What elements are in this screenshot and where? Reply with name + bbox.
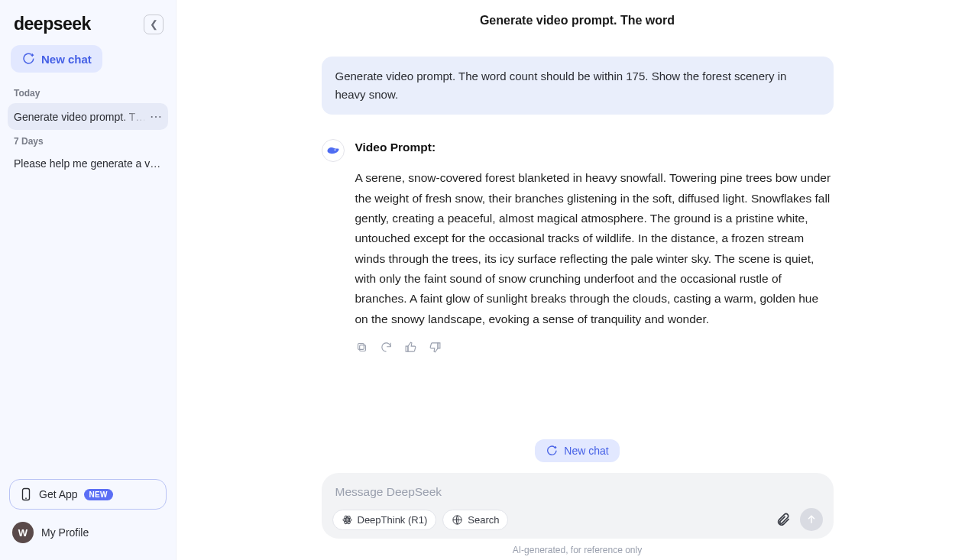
collapse-sidebar-button[interactable]: ❮ [144, 15, 164, 34]
send-button[interactable] [800, 508, 823, 531]
section-label-7days: 7 Days [8, 131, 168, 150]
profile-button[interactable]: W My Profile [8, 514, 168, 551]
user-message-row: Generate video prompt. The word count sh… [322, 57, 834, 115]
attach-button[interactable] [774, 510, 792, 529]
avatar: W [12, 522, 34, 543]
phone-icon [19, 487, 33, 501]
thumbs-up-button[interactable] [404, 340, 418, 354]
refresh-icon [380, 341, 393, 354]
conversation-title: Generate video prompt. The word [176, 0, 978, 35]
chat-history-item[interactable]: Please help me generate a video [8, 151, 168, 176]
sidebar-header: deepseek ❮ [8, 9, 168, 45]
more-options-icon[interactable]: ⋯ [147, 109, 162, 124]
chat-history-item[interactable]: Generate video prompt. The ⋯ [8, 103, 168, 130]
copy-button[interactable] [355, 340, 369, 354]
composer-area: New chat DeepThink (R1) [176, 432, 978, 560]
paperclip-icon [776, 512, 791, 527]
user-message: Generate video prompt. The word count sh… [322, 57, 834, 115]
search-label: Search [468, 514, 499, 526]
deepthink-label: DeepThink (R1) [358, 514, 428, 526]
chat-history-title: Generate video prompt. The [14, 111, 147, 123]
thumbs-down-button[interactable] [429, 340, 442, 354]
new-chat-pill[interactable]: New chat [535, 439, 619, 462]
new-chat-button[interactable]: New chat [11, 45, 102, 73]
new-chat-label: New chat [41, 53, 92, 66]
chat-history-title: Please help me generate a video [14, 157, 162, 170]
message-input[interactable] [332, 484, 823, 507]
sidebar: deepseek ❮ New chat Today Generate video… [0, 0, 176, 560]
assistant-message: Video Prompt: A serene, snow-covered for… [355, 138, 834, 329]
get-app-label: Get App [39, 488, 78, 500]
svg-point-2 [334, 149, 335, 151]
thumbs-up-icon [404, 341, 417, 354]
chevron-left-icon: ❮ [150, 18, 158, 30]
section-label-today: Today [8, 83, 168, 102]
brand-logo: deepseek [14, 14, 91, 34]
deepseek-whale-icon [325, 143, 341, 158]
thumbs-down-icon [429, 341, 442, 354]
assistant-avatar [322, 139, 345, 162]
arrow-up-icon [805, 513, 818, 526]
footer-note: AI-generated, for reference only [513, 545, 642, 555]
deepthink-chip[interactable]: DeepThink (R1) [332, 510, 437, 530]
svg-point-5 [346, 519, 348, 521]
search-chip[interactable]: Search [442, 510, 508, 530]
copy-icon [355, 341, 368, 354]
message-actions [355, 340, 834, 354]
composer: DeepThink (R1) Search [322, 473, 834, 539]
atom-icon [342, 514, 353, 526]
svg-rect-3 [360, 345, 366, 351]
assistant-message-row: Video Prompt: A serene, snow-covered for… [322, 138, 834, 329]
regenerate-button[interactable] [380, 340, 393, 354]
new-chat-icon [21, 52, 35, 66]
svg-rect-4 [358, 343, 364, 349]
new-badge: NEW [84, 489, 113, 500]
assistant-body: A serene, snow-covered forest blanketed … [355, 168, 834, 329]
new-chat-pill-label: New chat [564, 445, 608, 457]
get-app-button[interactable]: Get App NEW [9, 479, 167, 510]
conversation-scroll[interactable]: Generate video prompt. The word count sh… [176, 35, 978, 432]
new-chat-icon [546, 445, 558, 457]
main: Generate video prompt. The word Generate… [176, 0, 978, 560]
profile-label: My Profile [41, 526, 89, 539]
globe-icon [452, 514, 463, 526]
assistant-heading: Video Prompt: [355, 138, 834, 157]
